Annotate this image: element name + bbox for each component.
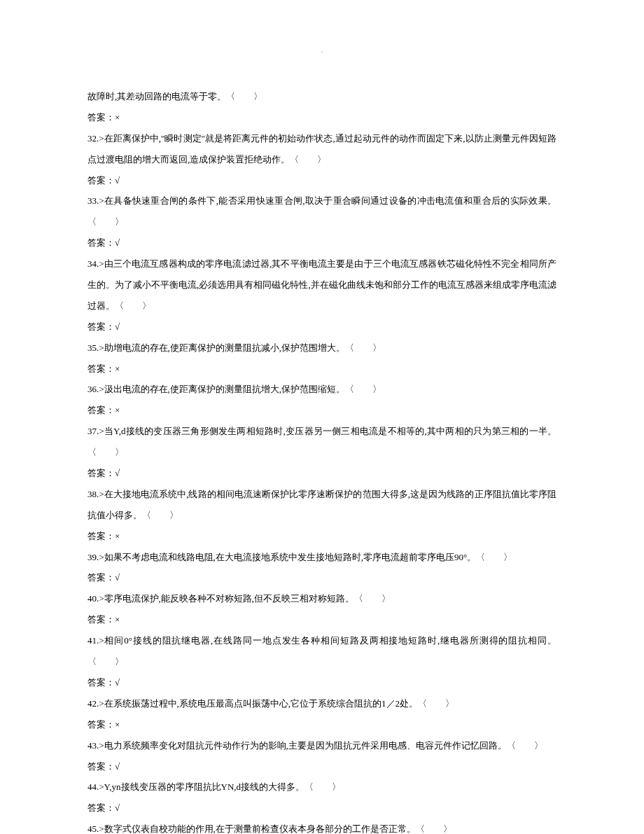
question-text: 36.>汲出电流的存在,使距离保护的测量阻抗增大,保护范围缩短。〈 〉 (88, 379, 556, 400)
answer-text: 答案：× (88, 359, 556, 380)
answer-text: 答案：× (88, 400, 556, 421)
question-text: 37.>当Y,d接线的变压器三角形侧发生两相短路时,变压器另一侧三相电流是不相等… (88, 421, 556, 463)
answer-text: 答案：× (88, 107, 556, 128)
question-text: 45.>数字式仪表自校功能的作用,在于测量前检查仪表本身各部分的工作是否正常。〈… (88, 819, 556, 834)
answer-text: 答案：√ (88, 567, 556, 588)
question-text: 38.>在大接地电流系统中,线路的相间电流速断保护比零序速断保护的范围大得多,这… (88, 484, 556, 526)
answer-text: 答案：× (88, 526, 556, 547)
question-text: 故障时,其差动回路的电流等于零。〈 〉 (88, 86, 556, 107)
answer-text: 答案：√ (88, 463, 556, 484)
answer-text: 答案：√ (88, 317, 556, 338)
question-text: 40.>零序电流保护,能反映各种不对称短路,但不反映三相对称短路。〈 〉 (88, 588, 556, 609)
answer-text: 答案：√ (88, 232, 556, 253)
document-page: . 故障时,其差动回路的电流等于零。〈 〉答案：×32.>在距离保护中,"瞬时测… (0, 0, 644, 834)
question-text: 43.>电力系统频率变化对阻抗元件动作行为的影响,主要是因为阻抗元件采用电感、电… (88, 735, 556, 756)
answer-text: 答案：√ (88, 756, 556, 777)
header-mark: . (88, 42, 556, 58)
question-text: 41.>相间0°接线的阻抗继电器,在线路同一地点发生各种相间短路及两相接地短路时… (88, 630, 556, 672)
answer-text: 答案：× (88, 714, 556, 735)
content-body: 故障时,其差动回路的电流等于零。〈 〉答案：×32.>在距离保护中,"瞬时测定"… (88, 86, 556, 834)
answer-text: 答案：× (88, 609, 556, 630)
question-text: 44.>Y,yn接线变压器的零序阻抗比YN,d接线的大得多。〈 〉 (88, 777, 556, 798)
answer-text: 答案：√ (88, 672, 556, 693)
answer-text: 答案：√ (88, 798, 556, 819)
question-text: 33.>在具备快速重合闸的条件下,能否采用快速重合闸,取决于重合瞬间通过设备的冲… (88, 190, 556, 232)
answer-text: 答案：√ (88, 170, 556, 191)
question-text: 39.>如果不考虑电流和线路电阻,在大电流接地系统中发生接地短路时,零序电流超前… (88, 547, 556, 568)
question-text: 34.>由三个电流互感器构成的零序电流滤过器,其不平衡电流主要是由于三个电流互感… (88, 253, 556, 317)
question-text: 35.>助增电流的存在,使距离保护的测量阻抗减小,保护范围增大。〈 〉 (88, 338, 556, 359)
question-text: 32.>在距离保护中,"瞬时测定"就是将距离元件的初始动作状态,通过起动元件的动… (88, 128, 556, 170)
question-text: 42.>在系统振荡过程中,系统电压最高点叫振荡中心,它位于系统综合阻抗的1／2处… (88, 693, 556, 714)
